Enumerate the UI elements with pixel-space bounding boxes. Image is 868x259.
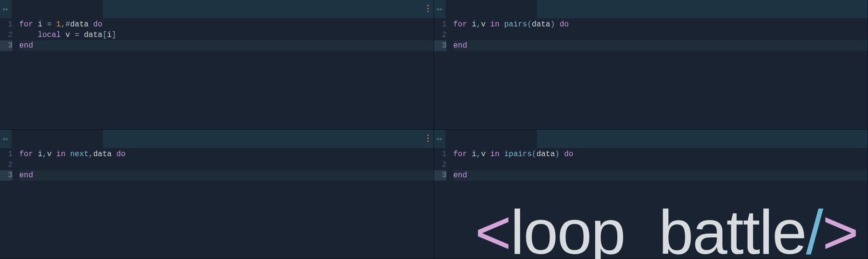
tab-prev-icon[interactable]: ◀ (436, 136, 439, 142)
code-area[interactable]: for i,v in ipairs(data) doend (453, 149, 868, 259)
editor-tab[interactable] (446, 0, 537, 18)
pane-top-left: ◀ ▶ 123 for i = 1,#data do local v = dat… (0, 0, 434, 130)
tab-nav: ◀ ▶ (0, 136, 9, 142)
kebab-menu-icon[interactable] (427, 5, 429, 12)
code-area[interactable]: for i,v in pairs(data) doend (453, 19, 868, 129)
tab-next-icon[interactable]: ▶ (6, 6, 9, 12)
line-number: 1 (434, 149, 447, 160)
line-number: 1 (0, 149, 13, 160)
line-number: 2 (434, 160, 447, 170)
code-line[interactable] (453, 30, 868, 40)
line-number: 3 (0, 40, 13, 51)
pane-bottom-right: ◀ ▶ 123 for i,v in ipairs(data) doend <l… (434, 130, 868, 259)
editor-tab[interactable] (12, 130, 103, 148)
tab-prev-icon[interactable]: ◀ (436, 6, 439, 12)
code-line[interactable]: for i,v in ipairs(data) do (453, 149, 868, 160)
editor-grid: ◀ ▶ 123 for i = 1,#data do local v = dat… (0, 0, 868, 259)
line-gutter: 123 (434, 19, 453, 129)
code-line[interactable]: for i,v in pairs(data) do (453, 19, 868, 30)
kebab-menu-icon[interactable] (427, 135, 429, 142)
line-gutter: 123 (0, 19, 19, 129)
code-line[interactable]: for i,v in next,data do (19, 149, 434, 160)
line-gutter: 123 (0, 149, 19, 259)
line-number: 2 (0, 30, 13, 40)
code-line[interactable]: local v = data[i] (19, 30, 434, 40)
code-line[interactable]: end (19, 40, 434, 51)
tabbar: ◀ ▶ (0, 0, 434, 18)
editor-tab[interactable] (446, 130, 537, 148)
code-editor[interactable]: 123 for i,v in pairs(data) doend (434, 18, 868, 129)
code-editor[interactable]: 123 for i = 1,#data do local v = data[i]… (0, 18, 434, 129)
line-number: 3 (0, 170, 13, 181)
tab-next-icon[interactable]: ▶ (440, 6, 443, 12)
pane-top-right: ◀ ▶ 123 for i,v in pairs(data) doend (434, 0, 868, 130)
code-line[interactable]: end (453, 40, 868, 51)
pane-bottom-left: ◀ ▶ 123 for i,v in next,data doend (0, 130, 434, 259)
line-number: 3 (434, 170, 447, 181)
code-line[interactable] (453, 160, 868, 170)
code-line[interactable]: end (19, 170, 434, 181)
code-editor[interactable]: 123 for i,v in ipairs(data) doend (434, 148, 868, 259)
code-line[interactable]: end (453, 170, 868, 181)
code-line[interactable] (19, 160, 434, 170)
tab-prev-icon[interactable]: ◀ (2, 6, 5, 12)
code-line[interactable]: for i = 1,#data do (19, 19, 434, 30)
tabbar: ◀ ▶ (434, 0, 868, 18)
tab-nav: ◀ ▶ (434, 6, 443, 12)
tab-next-icon[interactable]: ▶ (6, 136, 9, 142)
code-area[interactable]: for i,v in next,data doend (19, 149, 434, 259)
tab-nav: ◀ ▶ (434, 136, 443, 142)
tabbar: ◀ ▶ (434, 130, 868, 148)
tabbar: ◀ ▶ (0, 130, 434, 148)
line-number: 3 (434, 40, 447, 51)
line-number: 1 (0, 19, 13, 30)
editor-tab[interactable] (12, 0, 103, 18)
line-number: 2 (434, 30, 447, 40)
line-number: 1 (434, 19, 447, 30)
code-editor[interactable]: 123 for i,v in next,data doend (0, 148, 434, 259)
tab-nav: ◀ ▶ (0, 6, 9, 12)
line-gutter: 123 (434, 149, 453, 259)
tab-prev-icon[interactable]: ◀ (2, 136, 5, 142)
line-number: 2 (0, 160, 13, 170)
tab-next-icon[interactable]: ▶ (440, 136, 443, 142)
code-area[interactable]: for i = 1,#data do local v = data[i]end (19, 19, 434, 129)
